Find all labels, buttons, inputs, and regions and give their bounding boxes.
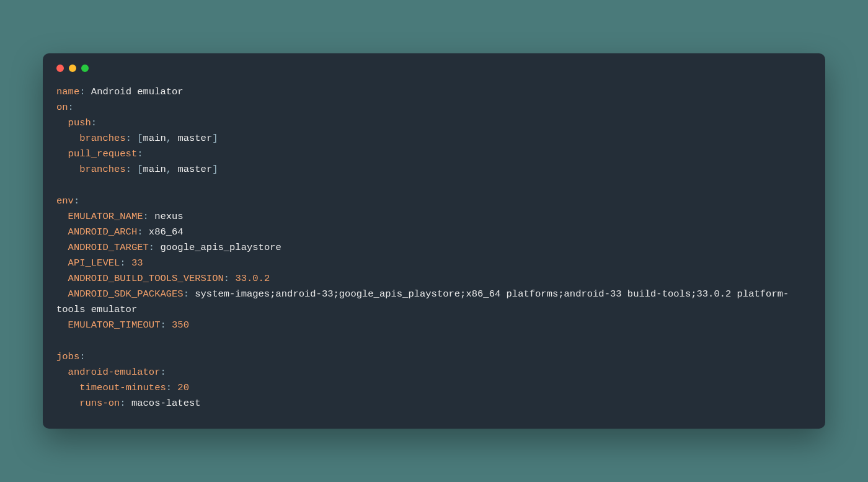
colon: : bbox=[143, 211, 155, 222]
val-emulator-name: nexus bbox=[154, 211, 184, 222]
key-emulator-name: EMULATOR_NAME bbox=[68, 211, 143, 222]
bracket-open: [ bbox=[137, 164, 143, 175]
branch-master: master bbox=[177, 164, 212, 175]
colon: : bbox=[79, 351, 85, 362]
colon: : bbox=[120, 257, 131, 269]
val-api-level: 33 bbox=[131, 257, 143, 269]
colon: : bbox=[160, 319, 172, 331]
colon: : bbox=[74, 195, 79, 207]
colon: : bbox=[126, 164, 138, 175]
key-android-target: ANDROID_TARGET bbox=[68, 242, 149, 253]
zoom-icon[interactable] bbox=[81, 65, 89, 72]
key-jobs: jobs bbox=[56, 351, 79, 362]
val-android-target: google_apis_playstore bbox=[160, 242, 281, 253]
key-android-arch: ANDROID_ARCH bbox=[68, 226, 138, 238]
branch-master: master bbox=[177, 133, 212, 144]
val-android-arch: x86_64 bbox=[149, 226, 184, 238]
key-branches: branches bbox=[79, 133, 125, 144]
val-build-tools-version: 33.0.2 bbox=[235, 273, 270, 284]
close-icon[interactable] bbox=[56, 65, 64, 72]
colon: : bbox=[137, 148, 143, 159]
key-timeout-minutes: timeout-minutes bbox=[79, 382, 166, 393]
colon: : bbox=[120, 398, 131, 409]
colon: : bbox=[184, 288, 195, 300]
colon: : bbox=[224, 273, 236, 284]
colon: : bbox=[79, 86, 91, 97]
key-push: push bbox=[68, 117, 91, 128]
colon: : bbox=[166, 382, 178, 393]
bracket-open: [ bbox=[137, 133, 143, 144]
code-window: name: Android emulator on: push: branche… bbox=[43, 53, 825, 429]
colon: : bbox=[126, 133, 138, 144]
window-controls bbox=[56, 65, 812, 72]
bracket-close: ] bbox=[212, 133, 218, 144]
branch-main: main bbox=[143, 133, 166, 144]
minimize-icon[interactable] bbox=[69, 65, 76, 72]
key-runs-on: runs-on bbox=[79, 398, 120, 409]
colon: : bbox=[68, 102, 74, 113]
yaml-code-block: name: Android emulator on: push: branche… bbox=[56, 84, 812, 411]
key-build-tools-version: ANDROID_BUILD_TOOLS_VERSION bbox=[68, 273, 224, 284]
key-pull-request: pull_request bbox=[68, 148, 138, 159]
key-android-emulator-job: android-emulator bbox=[68, 367, 161, 378]
colon: : bbox=[160, 367, 166, 378]
key-emulator-timeout: EMULATOR_TIMEOUT bbox=[68, 319, 161, 331]
key-name: name bbox=[56, 86, 79, 97]
bracket-close: ] bbox=[212, 164, 218, 175]
key-sdk-packages: ANDROID_SDK_PACKAGES bbox=[68, 288, 184, 300]
val-timeout-minutes: 20 bbox=[177, 382, 189, 393]
key-api-level: API_LEVEL bbox=[68, 257, 120, 269]
val-emulator-timeout: 350 bbox=[172, 319, 189, 331]
key-branches: branches bbox=[79, 164, 125, 175]
colon: : bbox=[91, 117, 97, 128]
colon: : bbox=[149, 242, 161, 253]
val-name: Android emulator bbox=[91, 86, 184, 97]
comma: , bbox=[166, 133, 178, 144]
comma: , bbox=[166, 164, 178, 175]
branch-main: main bbox=[143, 164, 166, 175]
key-on: on bbox=[56, 102, 68, 113]
key-env: env bbox=[56, 195, 74, 207]
colon: : bbox=[137, 226, 149, 238]
val-runs-on: macos-latest bbox=[131, 398, 201, 409]
